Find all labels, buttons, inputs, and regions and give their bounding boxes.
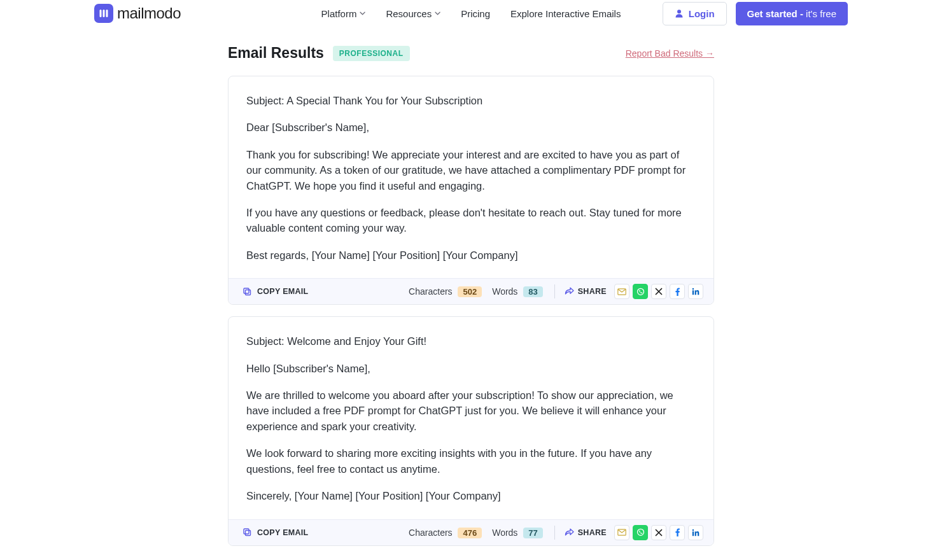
nav-label: Pricing <box>461 8 490 19</box>
share-icons <box>614 284 703 299</box>
svg-rect-1 <box>103 10 105 17</box>
divider <box>554 526 555 540</box>
words-label: Words <box>492 528 517 538</box>
email-result-card: Subject: A Special Thank You for Your Su… <box>228 76 714 305</box>
svg-point-13 <box>637 529 643 535</box>
share-label-text: SHARE <box>578 528 607 537</box>
email-result-card: Subject: Welcome and Enjoy Your Gift! He… <box>228 316 714 545</box>
share-button[interactable]: SHARE <box>564 287 607 296</box>
nav-label: Platform <box>321 8 357 19</box>
svg-rect-8 <box>692 290 694 295</box>
share-linkedin-icon[interactable] <box>688 525 703 540</box>
share-email-icon[interactable] <box>614 525 629 540</box>
words-count: Words 77 <box>492 528 543 538</box>
share-linkedin-icon[interactable] <box>688 284 703 299</box>
card-footer: COPY EMAIL Characters 476 Words 77 <box>228 519 714 545</box>
email-line: We look forward to sharing more exciting… <box>246 445 696 477</box>
words-value: 83 <box>523 286 542 297</box>
counts: Characters 476 Words 77 <box>409 528 543 538</box>
brand-name: mailmodo <box>117 4 181 22</box>
nav-item-explore-interactive-emails[interactable]: Explore Interactive Emails <box>510 8 621 19</box>
copy-icon <box>243 528 252 537</box>
share-x-icon[interactable] <box>651 284 666 299</box>
brand-logo[interactable]: mailmodo <box>94 4 181 23</box>
chevron-down-icon <box>359 10 365 17</box>
share-icons <box>614 525 703 540</box>
share-whatsapp-icon[interactable] <box>633 525 648 540</box>
copy-email-button[interactable]: COPY EMAIL <box>243 287 309 297</box>
share-email-icon[interactable] <box>614 284 629 299</box>
svg-rect-14 <box>692 531 694 536</box>
report-bad-results-link[interactable]: Report Bad Results → <box>626 48 714 59</box>
copy-icon <box>243 287 252 297</box>
email-line: Dear [Subscriber's Name], <box>246 120 696 135</box>
email-line: Thank you for subscribing! We appreciate… <box>246 147 696 193</box>
svg-point-3 <box>677 10 681 13</box>
svg-rect-11 <box>244 529 249 534</box>
share-x-icon[interactable] <box>651 525 666 540</box>
share-label-text: SHARE <box>578 287 607 296</box>
site-header: mailmodo Platform Resources Pricing Expl… <box>0 0 942 27</box>
email-line: Subject: Welcome and Enjoy Your Gift! <box>246 333 696 349</box>
characters-count: Characters 476 <box>409 528 482 538</box>
words-label: Words <box>492 286 517 297</box>
svg-rect-10 <box>246 531 251 536</box>
share-whatsapp-icon[interactable] <box>633 284 648 299</box>
email-line: Best regards, [Your Name] [Your Position… <box>246 248 696 263</box>
results-header: Email Results PROFESSIONAL Report Bad Re… <box>228 45 714 62</box>
copy-email-button[interactable]: COPY EMAIL <box>243 528 309 537</box>
nav-item-platform[interactable]: Platform <box>321 8 366 19</box>
nav-label: Resources <box>386 8 432 19</box>
email-line: Subject: A Special Thank You for Your Su… <box>246 93 696 108</box>
share-facebook-icon[interactable] <box>670 525 685 540</box>
svg-rect-0 <box>100 10 102 17</box>
svg-point-7 <box>637 288 643 295</box>
divider <box>554 284 555 298</box>
share-block: SHARE <box>564 284 703 299</box>
svg-rect-4 <box>246 290 251 295</box>
email-body: Subject: Welcome and Enjoy Your Gift! He… <box>228 317 714 519</box>
login-label: Login <box>689 8 715 19</box>
user-icon <box>675 9 684 18</box>
words-value: 77 <box>523 528 542 538</box>
nav-label: Explore Interactive Emails <box>510 8 621 19</box>
chevron-down-icon <box>434 10 440 17</box>
characters-label: Characters <box>409 528 452 538</box>
share-block: SHARE <box>564 525 703 540</box>
svg-point-9 <box>692 288 694 290</box>
svg-rect-5 <box>244 288 249 293</box>
copy-label: COPY EMAIL <box>257 287 309 296</box>
logo-mark-icon <box>94 4 113 23</box>
share-button[interactable]: SHARE <box>564 528 607 537</box>
cta-prefix: Get started - <box>747 8 806 19</box>
nav-item-pricing[interactable]: Pricing <box>461 8 490 19</box>
results-title: Email Results <box>228 45 324 62</box>
nav-item-resources[interactable]: Resources <box>386 8 440 19</box>
plan-badge: PROFESSIONAL <box>333 46 410 61</box>
page-main: Email Results PROFESSIONAL Report Bad Re… <box>228 45 714 546</box>
characters-count: Characters 502 <box>409 286 482 297</box>
characters-value: 502 <box>458 286 482 297</box>
svg-point-15 <box>692 529 694 531</box>
header-actions: Login Get started - it's free <box>663 2 848 25</box>
email-line: If you have any questions or feedback, p… <box>246 205 696 236</box>
email-line: Sincerely, [Your Name] [Your Position] [… <box>246 488 696 503</box>
counts: Characters 502 Words 83 <box>409 286 543 297</box>
copy-label: COPY EMAIL <box>257 528 309 537</box>
characters-value: 476 <box>458 528 482 538</box>
svg-rect-2 <box>106 10 108 17</box>
get-started-button[interactable]: Get started - it's free <box>736 2 848 25</box>
email-line: We are thrilled to welcome you aboard af… <box>246 388 696 434</box>
email-body: Subject: A Special Thank You for Your Su… <box>228 76 714 278</box>
card-footer: COPY EMAIL Characters 502 Words 83 <box>228 278 714 304</box>
login-button[interactable]: Login <box>663 2 727 25</box>
words-count: Words 83 <box>492 286 543 297</box>
characters-label: Characters <box>409 286 452 297</box>
share-facebook-icon[interactable] <box>670 284 685 299</box>
cta-suffix: it's free <box>806 8 836 19</box>
primary-nav: Platform Resources Pricing Explore Inter… <box>321 8 621 19</box>
email-line: Hello [Subscriber's Name], <box>246 361 696 376</box>
share-arrow-icon <box>564 287 574 296</box>
share-arrow-icon <box>564 528 574 537</box>
